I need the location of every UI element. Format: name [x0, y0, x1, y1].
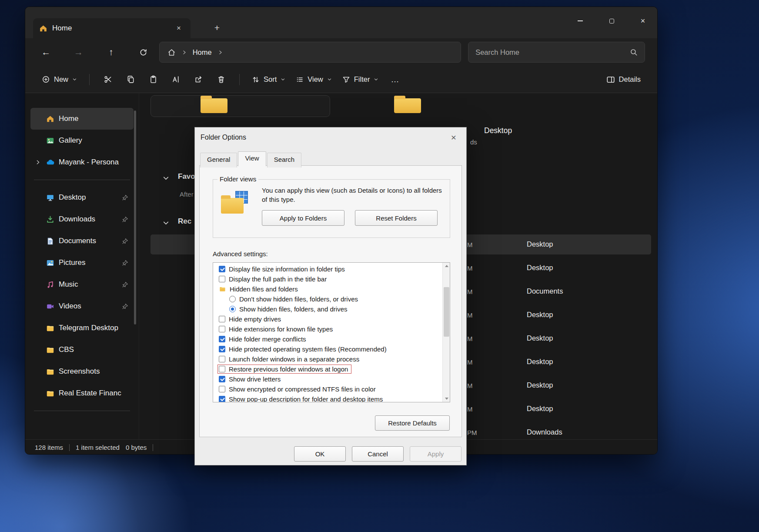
advanced-setting-show-hidden-files-folders-and-drives[interactable]: Show hidden files, folders, and drives — [218, 304, 441, 314]
view-button[interactable]: View — [291, 72, 337, 87]
scrollbar-thumb[interactable] — [444, 287, 449, 337]
tab-view[interactable]: View — [238, 151, 266, 166]
setting-label: Launch folder windows in a separate proc… — [229, 355, 359, 363]
sidebar-gutter — [34, 368, 42, 375]
tab-general[interactable]: General — [200, 153, 237, 167]
new-tab-button[interactable]: + — [210, 21, 224, 35]
advanced-setting-display-file-size-information-in-folder-tips[interactable]: Display file size information in folder … — [218, 264, 441, 274]
radio-unselected[interactable] — [229, 296, 236, 302]
dialog-close-button[interactable]: × — [447, 131, 461, 144]
apply-to-folders-button[interactable]: Apply to Folders — [262, 210, 344, 226]
breadcrumb-home[interactable]: Home — [193, 48, 212, 57]
folder-icon — [219, 286, 226, 292]
sidebar-item-pictures[interactable]: Pictures — [30, 252, 134, 274]
more-options-button[interactable]: … — [384, 71, 406, 88]
details-button[interactable]: Details — [601, 72, 646, 87]
navigation-bar: ← → ↑ Home — [25, 38, 657, 66]
up-button[interactable]: ↑ — [102, 43, 120, 61]
refresh-button[interactable] — [135, 43, 152, 61]
folder-tile[interactable] — [150, 95, 330, 117]
advanced-setting-launch-folder-windows-in-a-separate-process[interactable]: Launch folder windows in a separate proc… — [218, 354, 441, 364]
apply-button[interactable]: Apply — [410, 446, 461, 462]
advanced-setting-restore-previous-folder-windows-at-logon[interactable]: Restore previous folder windows at logon — [218, 364, 441, 374]
sidebar-item-real-estate-financ[interactable]: Real Estate Financ — [30, 382, 134, 404]
explorer-tab-home[interactable]: Home × — [33, 18, 191, 38]
sidebar-item-downloads[interactable]: Downloads — [30, 208, 134, 230]
sidebar-item-gallery[interactable]: Gallery — [30, 130, 134, 151]
sidebar-item-desktop[interactable]: Desktop — [30, 187, 134, 208]
list-scrollbar[interactable] — [442, 263, 450, 402]
sidebar-item-telegram-desktop[interactable]: Telegram Desktop — [30, 317, 134, 339]
chevron-down-icon[interactable] — [162, 174, 170, 182]
minimize-button[interactable] — [570, 13, 590, 29]
radio-selected[interactable] — [229, 306, 236, 312]
sidebar-item-mayank-persona[interactable]: Mayank - Persona — [30, 151, 134, 173]
maximize-button[interactable] — [602, 13, 622, 29]
sidebar-item-screenshots[interactable]: Screenshots — [30, 361, 134, 382]
paste-button[interactable] — [142, 71, 164, 88]
close-button[interactable]: × — [633, 13, 653, 29]
sidebar-item-cbs[interactable]: CBS — [30, 339, 134, 361]
advanced-setting-hide-empty-drives[interactable]: Hide empty drives — [218, 314, 441, 324]
setting-label: Hide empty drives — [229, 315, 281, 323]
sidebar-item-videos[interactable]: Videos — [30, 295, 134, 317]
advanced-settings-list[interactable]: Display file size information in folder … — [213, 262, 450, 402]
back-button[interactable]: ← — [37, 43, 55, 61]
delete-button[interactable] — [210, 71, 232, 88]
filter-button[interactable]: Filter — [337, 72, 384, 87]
cut-button[interactable] — [97, 71, 119, 88]
reset-folders-button[interactable]: Reset Folders — [355, 210, 438, 226]
file-modified-time: M — [467, 382, 473, 389]
advanced-setting-show-encrypted-or-compressed-ntfs-files-in-color[interactable]: Show encrypted or compressed NTFS files … — [218, 384, 441, 394]
checkbox-checked[interactable] — [219, 346, 225, 352]
forward-button[interactable]: → — [70, 43, 87, 61]
checkbox-unchecked[interactable] — [219, 276, 225, 282]
search-input[interactable] — [475, 48, 630, 57]
tab-close-button[interactable]: × — [173, 23, 184, 34]
share-button[interactable] — [187, 71, 210, 88]
new-button[interactable]: New — [37, 72, 82, 87]
status-divider — [69, 444, 70, 451]
advanced-setting-hide-protected-operating-system-files-recommended[interactable]: Hide protected operating system files (R… — [218, 344, 441, 354]
checkbox-unchecked[interactable] — [219, 366, 225, 372]
sidebar-item-documents[interactable]: Documents — [30, 230, 134, 252]
breadcrumb[interactable]: Home — [159, 42, 461, 63]
checkbox-checked[interactable] — [219, 266, 225, 272]
advanced-setting-hide-folder-merge-conflicts[interactable]: Hide folder merge conflicts — [218, 334, 441, 344]
advanced-setting-hidden-files-and-folders[interactable]: Hidden files and folders — [218, 284, 441, 294]
sort-button[interactable]: Sort — [247, 72, 291, 87]
tab-search[interactable]: Search — [267, 153, 302, 167]
dialog-title-bar[interactable]: Folder Options × — [195, 127, 466, 147]
sidebar-item-music[interactable]: Music — [30, 274, 134, 295]
checkbox-checked[interactable] — [219, 396, 225, 402]
sidebar-item-home[interactable]: Home — [30, 108, 134, 130]
advanced-setting-show-drive-letters[interactable]: Show drive letters — [218, 374, 441, 384]
advanced-setting-display-the-full-path-in-the-title-bar[interactable]: Display the full path in the title bar — [218, 274, 441, 284]
advanced-setting-hide-extensions-for-known-file-types[interactable]: Hide extensions for known file types — [218, 324, 441, 334]
chevron-down-icon[interactable] — [162, 219, 170, 227]
selection-count: 1 item selected — [76, 444, 120, 451]
sidebar: HomeGalleryMayank - PersonaDesktopDownlo… — [25, 93, 139, 439]
restore-defaults-button[interactable]: Restore Defaults — [375, 415, 450, 431]
ok-button[interactable]: OK — [294, 446, 346, 462]
section-favorites-label[interactable]: Favo — [178, 172, 195, 181]
setting: Hide empty drives — [218, 315, 284, 323]
cancel-button[interactable]: Cancel — [352, 446, 404, 462]
setting-label: Show pop-up description for folder and d… — [229, 395, 383, 402]
advanced-setting-show-pop-up-description-for-folder-and-desktop-items[interactable]: Show pop-up description for folder and d… — [218, 394, 441, 402]
advanced-setting-don-t-show-hidden-files-folders-or-drives[interactable]: Don't show hidden files, folders, or dri… — [218, 294, 441, 304]
sidebar-divider — [34, 180, 130, 180]
checkbox-checked[interactable] — [219, 336, 225, 342]
checkbox-unchecked[interactable] — [219, 356, 225, 362]
highlighted-setting: Restore previous folder windows at logon — [218, 365, 351, 373]
setting: Launch folder windows in a separate proc… — [218, 355, 362, 363]
section-recent-label[interactable]: Rec — [178, 217, 191, 226]
copy-button[interactable] — [119, 71, 142, 88]
checkbox-unchecked[interactable] — [219, 386, 225, 392]
rename-button[interactable] — [164, 71, 187, 88]
checkbox-unchecked[interactable] — [219, 326, 225, 332]
checkbox-unchecked[interactable] — [219, 316, 225, 322]
sidebar-scrollbar[interactable] — [134, 110, 136, 325]
checkbox-checked[interactable] — [219, 376, 225, 382]
setting-label: Hide protected operating system files (R… — [229, 345, 387, 353]
